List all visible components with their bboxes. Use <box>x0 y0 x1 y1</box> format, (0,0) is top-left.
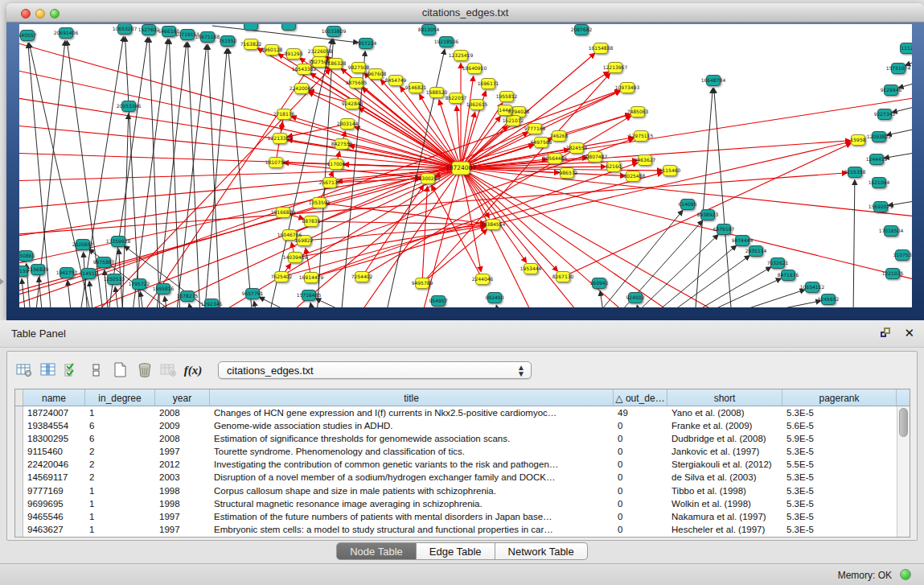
column-chooser-icon[interactable] <box>36 359 60 381</box>
table-row[interactable]: 911546021997Tourette syndrome. Phenomeno… <box>15 446 910 459</box>
citation-edge-black <box>39 278 43 307</box>
memory-status-led-icon[interactable] <box>900 569 911 580</box>
cell-short: Hescheler et al. (1997) <box>667 524 782 537</box>
close-panel-icon[interactable]: ✕ <box>904 327 914 339</box>
table-row[interactable]: 1830029562008Estimation of significance … <box>15 432 910 445</box>
graph-node-label: 1810755 <box>265 159 287 165</box>
cell-in_degree: 1 <box>85 484 155 497</box>
table-source-dropdown[interactable]: citations_edges.txt ▲▼ <box>218 361 532 379</box>
graph-node-label: 18640910 <box>462 65 487 71</box>
cell-pagerank: 5.9E-5 <box>782 432 897 445</box>
cell-year: 2008 <box>155 406 210 419</box>
panel-divider-handle[interactable] <box>0 278 4 285</box>
table-panel-body: f(x) citations_edges.txt ▲▼ namein_degre… <box>6 351 918 541</box>
graph-node-label: 1156829 <box>27 266 49 272</box>
scrollbar-thumb[interactable] <box>899 408 908 437</box>
table-row[interactable]: 946554611997Estimation of the future num… <box>15 511 910 524</box>
graph-node-label: 6794028 <box>508 109 530 114</box>
function-builder-icon[interactable]: f(x) <box>181 359 205 381</box>
graph-node-label: 7485063 <box>627 109 649 114</box>
column-header-name[interactable]: name <box>23 389 85 406</box>
graph-node-label: 2935114 <box>745 248 767 253</box>
graph-node-label: 10654112 <box>800 284 825 290</box>
tab-node-table[interactable]: Node Table <box>336 542 417 560</box>
table-row[interactable]: 2242004622012Investigating the contribut… <box>15 459 910 472</box>
cell-out_de: 0 <box>614 472 667 484</box>
graph-node-label: 12975115 <box>629 133 654 138</box>
citation-edge-red <box>140 58 315 307</box>
graph-node-label: 2020657 <box>72 241 94 247</box>
row-gutter <box>15 459 23 472</box>
table-settings-icon[interactable] <box>12 359 36 381</box>
cell-in_degree: 1 <box>85 406 155 419</box>
graph-node-label: 9495789 <box>412 280 433 286</box>
column-header-out_de[interactable]: △ out_de… <box>614 389 667 406</box>
row-gutter <box>15 432 23 445</box>
column-header-pagerank[interactable]: pagerank <box>782 389 897 406</box>
cell-pagerank: 5.3E-5 <box>782 524 897 537</box>
graph-node-label: 16648784 <box>701 77 726 83</box>
table-vertical-scrollbar[interactable] <box>897 406 910 537</box>
citation-edge-black <box>885 151 912 158</box>
cell-title: Structural magnetic resonance image aver… <box>210 497 614 510</box>
cell-short: Stergiakouli et al. (2012) <box>667 459 782 472</box>
citation-edge-red <box>422 73 610 283</box>
table-row[interactable]: 946362711997Embryonic stem cells: a mode… <box>15 524 910 537</box>
graph-node-label: 19218506 <box>434 39 459 44</box>
citation-edge-black <box>228 49 253 307</box>
cell-in_degree: 2 <box>85 446 155 459</box>
graph-node-label: 19166829 <box>271 209 296 215</box>
cell-pagerank: 5.3E-5 <box>782 446 897 459</box>
row-gutter <box>15 389 23 406</box>
graph-node-label: 9115460 <box>659 167 681 173</box>
graph-node-label: 15958 <box>850 137 865 142</box>
tab-network-table[interactable]: Network Table <box>495 542 588 560</box>
cell-in_degree: 2 <box>85 459 155 472</box>
float-panel-icon[interactable] <box>880 327 893 339</box>
column-header-year[interactable]: year <box>155 389 210 406</box>
graph-node-teal[interactable] <box>244 24 258 31</box>
table-row[interactable]: 1938455462009Genome-wide association stu… <box>15 419 910 432</box>
graph-node-label: 1362615 <box>466 101 488 107</box>
graph-node-label: 924502 <box>626 295 645 300</box>
graph-node-label: 8938923 <box>697 212 719 217</box>
tab-edge-table[interactable]: Edge Table <box>417 542 495 560</box>
cell-pagerank: 5.3E-5 <box>782 511 897 524</box>
graph-node-label: 8522057 <box>446 95 467 101</box>
citation-edge-black <box>316 299 357 307</box>
cell-pagerank: 5.3E-5 <box>782 406 897 419</box>
column-header-short[interactable]: short <box>667 389 782 406</box>
network-svg: 1872400771638228960128891293232260589827… <box>19 24 912 307</box>
graph-node-label: 6879197 <box>713 226 735 232</box>
cell-pagerank: 5.3E-5 <box>782 484 897 497</box>
select-attributes-icon[interactable] <box>60 359 84 381</box>
table-row[interactable]: 1456911722003Disruption of a novel membe… <box>15 472 910 484</box>
graph-node-label: 169822 <box>295 237 314 243</box>
table-row[interactable]: 969969511998Structural magnetic resonanc… <box>15 497 910 510</box>
graph-node-label: 12093822 <box>867 134 892 139</box>
cell-short: Yano et al. (2008) <box>667 406 782 419</box>
cell-year: 1997 <box>155 511 210 524</box>
citation-edge-black <box>696 278 781 307</box>
graph-node-label: 1953444 <box>520 266 542 271</box>
column-header-title[interactable]: title <box>210 389 614 406</box>
new-file-icon[interactable] <box>109 359 133 381</box>
graph-node-label: 16033809 <box>322 28 347 34</box>
graph-node-teal[interactable] <box>282 24 296 31</box>
cell-out_de: 0 <box>614 446 667 459</box>
graph-node-label: 1353593 <box>309 200 331 205</box>
network-canvas[interactable]: 1872400771638228960128891293232260589827… <box>19 24 912 307</box>
table-row[interactable]: 977716911998Corpus callosum shape and si… <box>15 484 910 497</box>
graph-node-label: 1112 <box>901 45 912 51</box>
node-table: namein_degreeyeartitle△ out_de…shortpage… <box>14 389 910 538</box>
table-tabs: Node Table Edge Table Network Table <box>0 542 924 560</box>
window-titlebar[interactable]: citations_edges.txt <box>6 3 924 23</box>
row-height-icon[interactable] <box>84 359 109 381</box>
table-row[interactable]: 1872400712008Changes of HCN gene express… <box>15 406 910 419</box>
delete-trash-icon[interactable] <box>133 359 157 381</box>
column-header-in_degree[interactable]: in_degree <box>85 389 155 406</box>
graph-node-label: 1696171 <box>478 80 499 86</box>
graph-node-label: 8267130 <box>552 274 574 279</box>
row-gutter <box>15 406 23 419</box>
table-panel-header: Table Panel ✕ <box>0 320 924 348</box>
